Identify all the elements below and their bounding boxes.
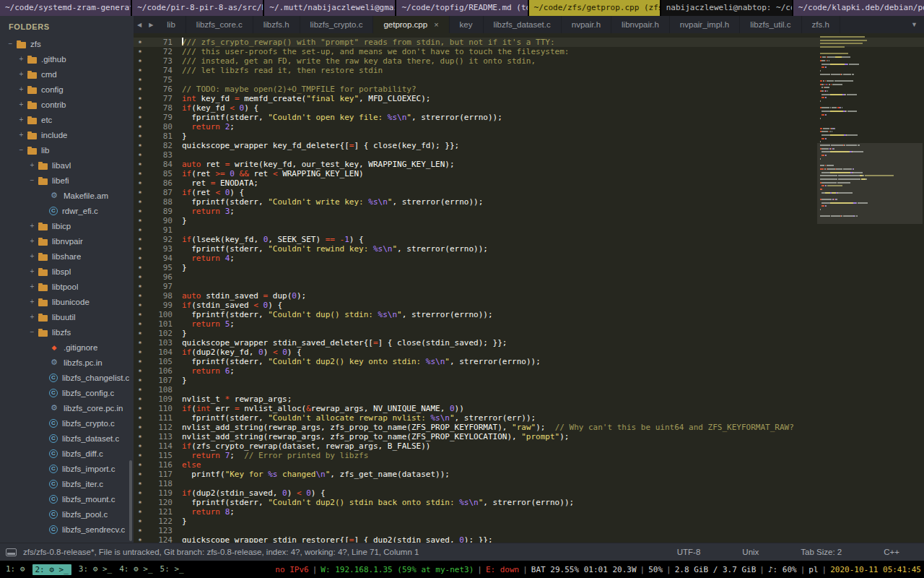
code-line-71[interactable]: ∗71/// zfs_crypto_rewrap() with "prompt"…: [134, 38, 924, 47]
code-line-89[interactable]: ∗89 return 3;: [134, 207, 924, 216]
tree-item-lib[interactable]: −lib: [0, 142, 134, 158]
code-line-84[interactable]: ∗84auto ret = write(key_fd, our_test_key…: [134, 160, 924, 169]
tree-item-libzfs-import-c[interactable]: Clibzfs_import.c: [0, 461, 134, 476]
code-line-105[interactable]: ∗105 fprintf(stderr, "Couldn't dup2() ke…: [134, 357, 924, 366]
tmux-window-1[interactable]: 1: ⚙: [6, 564, 25, 575]
tmux-window-3[interactable]: 3: ⚙ >_: [79, 564, 112, 575]
tree-item-libunicode[interactable]: +libunicode: [0, 294, 134, 309]
tab-libzfs-dataset-c[interactable]: libzfs_dataset.c: [484, 16, 562, 33]
tab-overflow-icon[interactable]: ▼: [905, 16, 924, 33]
code-line-112[interactable]: ∗112nvlist_add_string(rewrap_args, zfs_p…: [134, 423, 924, 432]
statusbar-unix[interactable]: Unix: [742, 548, 759, 556]
tree-item-libzfs-mount-c[interactable]: Clibzfs_mount.c: [0, 491, 134, 506]
tmux-window-tab-code-zfs-getprop-cpp-zfs[interactable]: ~/code/zfs/getprop.cpp (zfs)…: [529, 0, 660, 16]
tree-expand-icon[interactable]: +: [17, 85, 26, 93]
code-line-76[interactable]: ∗76// TODO: maybe open(2)+O_TMPFILE for …: [134, 85, 924, 94]
code-line-87[interactable]: ∗87if(ret < 0) {: [134, 188, 924, 197]
code-line-124[interactable]: ∗124quickscope_wrapper stdin_restorer{[=…: [134, 535, 924, 543]
tab-nvpair-impl-h[interactable]: nvpair_impl.h: [670, 16, 740, 33]
tree-item-zfs[interactable]: −zfs: [0, 36, 134, 51]
code-line-116[interactable]: ∗116else: [134, 460, 924, 470]
tree-item-libspl[interactable]: +libspl: [0, 264, 134, 279]
tree-item-libzfs-core-pc-in[interactable]: ⚙libzfs_core.pc.in: [0, 400, 134, 415]
code-line-93[interactable]: ∗93 fprintf(stderr, "Couldn't rewind key…: [134, 244, 924, 254]
tmux-window-tab-code-systemd-zram-genera[interactable]: ~/code/systemd-zram-generato…: [0, 0, 131, 16]
tree-item-config[interactable]: +config: [0, 82, 134, 97]
code-line-88[interactable]: ∗88 fprintf(stderr, "Couldn't write key:…: [134, 197, 924, 207]
tab-zfs-h[interactable]: zfs.h: [802, 16, 840, 33]
tree-expand-icon[interactable]: +: [17, 55, 26, 63]
tree-item-gitignore[interactable]: ◆.gitignore: [0, 340, 134, 355]
code-line-107[interactable]: ∗107}: [134, 376, 924, 385]
code-line-95[interactable]: ∗95}: [134, 263, 924, 272]
tree-expand-icon[interactable]: +: [27, 313, 37, 321]
code-line-123[interactable]: ∗123: [134, 526, 924, 535]
tree-item-libzfs-iter-c[interactable]: Clibzfs_iter.c: [0, 476, 134, 491]
code-line-80[interactable]: ∗80 return 2;: [134, 122, 924, 131]
tab-getprop-cpp[interactable]: getprop.cpp×: [373, 16, 449, 33]
tree-item-libtpool[interactable]: +libtpool: [0, 279, 134, 294]
code-line-103[interactable]: ∗103quickscope_wrapper stdin_saved_delet…: [134, 338, 924, 348]
tree-item-makefile-am[interactable]: ⚙Makefile.am: [0, 188, 134, 203]
code-line-119[interactable]: ∗119if(dup2(stdin_saved, 0) < 0) {: [134, 488, 924, 498]
code-line-91[interactable]: ∗91: [134, 225, 924, 235]
code-line-75[interactable]: ∗75: [134, 75, 924, 85]
tree-collapse-icon[interactable]: −: [27, 176, 37, 184]
code-line-77[interactable]: ∗77int key_fd = memfd_create("final key"…: [134, 94, 924, 103]
tree-expand-icon[interactable]: +: [27, 267, 37, 275]
code-line-121[interactable]: ∗121 return 8;: [134, 507, 924, 517]
code-line-96[interactable]: ∗96: [134, 272, 924, 282]
tree-collapse-icon[interactable]: −: [27, 328, 37, 336]
code-line-122[interactable]: ∗122}: [134, 517, 924, 526]
code-line-92[interactable]: ∗92if(lseek(key_fd, 0, SEEK_SET) == -1) …: [134, 235, 924, 244]
code-line-90[interactable]: ∗90}: [134, 216, 924, 225]
tree-expand-icon[interactable]: +: [27, 237, 37, 245]
code-line-106[interactable]: ∗106 return 6;: [134, 366, 924, 376]
tab-libzfs-h[interactable]: libzfs.h: [253, 16, 300, 33]
code-line-118[interactable]: ∗118: [134, 479, 924, 488]
code-line-109[interactable]: ∗109nvlist_t * rewrap_args;: [134, 394, 924, 404]
tree-item-libzfs-diff-c[interactable]: Clibzfs_diff.c: [0, 446, 134, 461]
code-line-85[interactable]: ∗85if(ret >= 0 && ret < WRAPPING_KEY_LEN…: [134, 169, 924, 178]
code-line-100[interactable]: ∗100 fprintf(stderr, "Couldn't dup() std…: [134, 310, 924, 319]
sidebar-scrollbar[interactable]: [129, 460, 132, 541]
tree-item-etc[interactable]: +etc: [0, 112, 134, 127]
tree-item-libzfs-crypto-c[interactable]: Clibzfs_crypto.c: [0, 415, 134, 431]
tmux-window-tab-code-klapki-deb-debian-p[interactable]: ~/code/klapki.deb/debian/po/p…: [793, 0, 924, 16]
code-line-72[interactable]: ∗72/// this user-proofs the set-up, and …: [134, 47, 924, 56]
tab-lib[interactable]: lib: [157, 16, 186, 33]
code-line-94[interactable]: ∗94 return 4;: [134, 254, 924, 263]
tab-nvpair-h[interactable]: nvpair.h: [562, 16, 611, 33]
tmux-window-tab-mutt-nabijaczleweli-gmai[interactable]: ~/.mutt/nabijaczleweli@gmail…: [264, 0, 395, 16]
tree-item-libzfs-pool-c[interactable]: Clibzfs_pool.c: [0, 506, 134, 522]
code-line-78[interactable]: ∗78if(key_fd < 0) {: [134, 103, 924, 113]
tab-close-icon[interactable]: ×: [434, 20, 438, 29]
tree-expand-icon[interactable]: +: [27, 161, 37, 169]
code-line-115[interactable]: ∗115 return 7; // Error printed by libzf…: [134, 451, 924, 460]
tree-item-include[interactable]: +include: [0, 127, 134, 142]
tmux-window-tab-nabijaczleweli-nabtop-co[interactable]: nabijaczleweli@nabtop: ~/cod…: [661, 0, 792, 16]
tmux-window-tab-code-pir-8-pir-8-as-src-[interactable]: ~/code/pir-8-pir-8-as/src/ha…: [132, 0, 263, 16]
code-line-82[interactable]: ∗82quickscope_wrapper key_fd_deleter{[=]…: [134, 141, 924, 150]
tree-item-libzfs-sendrecv-c[interactable]: Clibzfs_sendrecv.c: [0, 522, 134, 537]
tree-item-contrib[interactable]: +contrib: [0, 97, 134, 112]
tree-item-libavl[interactable]: +libavl: [0, 158, 134, 173]
tab-libzfs-crypto-c[interactable]: libzfs_crypto.c: [300, 16, 374, 33]
code-line-98[interactable]: ∗98auto stdin_saved = dup(0);: [134, 291, 924, 301]
code-line-79[interactable]: ∗79 fprintf(stderr, "Couldn't open key f…: [134, 113, 924, 122]
code-line-104[interactable]: ∗104if(dup2(key_fd, 0) < 0) {: [134, 348, 924, 357]
code-line-120[interactable]: ∗120 fprintf(stderr, "Couldn't dup2() st…: [134, 498, 924, 507]
tree-collapse-icon[interactable]: −: [6, 40, 15, 48]
tree-item-libefi[interactable]: −libefi: [0, 173, 134, 188]
code-line-111[interactable]: ∗111 fprintf(stderr, "Couldn't allocate …: [134, 413, 924, 423]
code-line-117[interactable]: ∗117 printf("Key for %s changed\n", zfs_…: [134, 470, 924, 479]
tmux-window-2[interactable]: 2: ⚙ >_: [32, 564, 71, 575]
code-line-113[interactable]: ∗113nvlist_add_string(rewrap_args, zfs_p…: [134, 432, 924, 441]
minimap[interactable]: [820, 36, 920, 543]
tree-item-libzfs-changelist-c[interactable]: Clibzfs_changelist.c: [0, 370, 134, 385]
tree-item-libzfs-config-c[interactable]: Clibzfs_config.c: [0, 385, 134, 400]
tree-item-libzfs-dataset-c[interactable]: Clibzfs_dataset.c: [0, 431, 134, 446]
code-line-97[interactable]: ∗97: [134, 282, 924, 291]
tree-expand-icon[interactable]: +: [27, 222, 37, 230]
tab-scroll-right-icon[interactable]: ▶: [145, 22, 157, 28]
